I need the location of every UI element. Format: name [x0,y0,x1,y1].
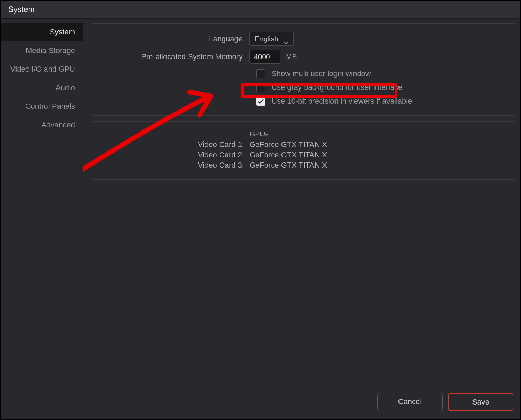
checkbox-multi-user[interactable] [256,69,265,78]
gpu-row-1: Video Card 1: GeForce GTX TITAN X [102,140,506,149]
language-row: Language English [102,32,506,46]
sidebar-item-media-storage[interactable]: Media Storage [1,41,83,60]
checkbox-group: Show multi user login window Use gray ba… [256,68,506,107]
cancel-button[interactable]: Cancel [377,393,443,411]
gpu-card-value: GeForce GTX TITAN X [249,150,327,159]
gpu-card-label: Video Card 1: [102,140,249,149]
checkbox-row-gray-bg: Use gray background for user interface [256,82,506,93]
checkbox-label: Show multi user login window [272,69,371,78]
gpu-panel: GPUs Video Card 1: GeForce GTX TITAN X V… [91,121,516,180]
memory-unit: MB [286,53,297,61]
checkbox-label: Use 10-bit precision in viewers if avail… [272,97,412,106]
gpu-header: GPUs [249,130,269,138]
content-area: Language English Pre-allocated System Me… [83,19,520,387]
sidebar-item-system[interactable]: System [1,23,83,41]
memory-input[interactable] [249,50,280,64]
window-title: System [1,1,520,19]
sidebar: System Media Storage Video I/O and GPU A… [1,19,83,387]
sidebar-item-control-panels[interactable]: Control Panels [1,97,83,116]
sidebar-item-audio[interactable]: Audio [1,78,83,97]
chevron-down-icon [284,38,288,40]
gpu-card-value: GeForce GTX TITAN X [249,161,327,170]
gpu-header-row: GPUs [102,130,506,138]
button-label: Save [472,398,489,406]
sidebar-item-label: Media Storage [26,46,75,55]
gpu-row-3: Video Card 3: GeForce GTX TITAN X [102,161,506,170]
memory-row: Pre-allocated System Memory MB [102,50,506,64]
footer: Cancel Save [1,387,520,419]
save-button[interactable]: Save [448,393,513,411]
checkbox-label: Use gray background for user interface [272,83,402,92]
gpu-card-label: Video Card 3: [102,161,249,170]
gpu-row-2: Video Card 2: GeForce GTX TITAN X [102,150,506,159]
gpu-empty-label [102,130,249,138]
checkbox-row-10bit: Use 10-bit precision in viewers if avail… [256,95,506,107]
sidebar-item-label: Audio [56,83,75,92]
sidebar-item-label: Control Panels [25,102,75,111]
language-select-value: English [255,35,278,43]
button-label: Cancel [398,397,422,406]
memory-label: Pre-allocated System Memory [102,52,249,61]
sidebar-item-label: Video I/O and GPU [10,65,75,73]
preferences-window: System System Media Storage Video I/O an… [0,0,521,420]
gpu-card-label: Video Card 2: [102,150,249,159]
sidebar-item-label: Advanced [41,120,75,129]
checkbox-10bit[interactable] [256,97,265,106]
general-settings-panel: Language English Pre-allocated System Me… [91,23,516,116]
window-body: System Media Storage Video I/O and GPU A… [1,19,520,387]
gpu-card-value: GeForce GTX TITAN X [249,140,327,149]
checkbox-row-multi-user: Show multi user login window [256,68,506,80]
language-label: Language [102,34,249,43]
checkbox-gray-bg[interactable] [256,83,265,92]
sidebar-item-advanced[interactable]: Advanced [1,116,83,134]
language-select[interactable]: English [249,32,294,46]
sidebar-item-video-io-gpu[interactable]: Video I/O and GPU [1,60,83,78]
sidebar-item-label: System [50,28,75,36]
